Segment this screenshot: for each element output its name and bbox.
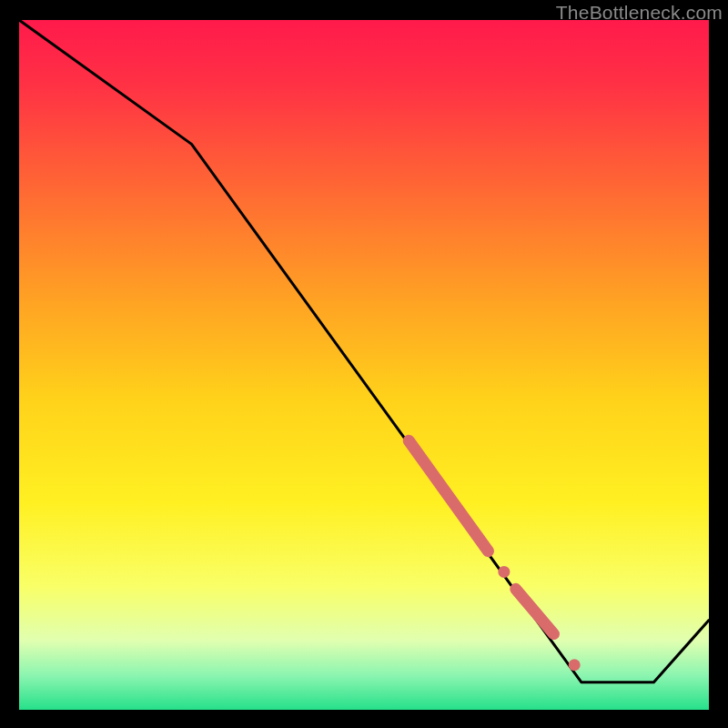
highlight-band-upper [409, 440, 488, 551]
highlight-dot-low [569, 659, 581, 671]
plot-area [19, 20, 709, 710]
highlight-band-lower [516, 589, 554, 633]
highlight-dot-mid [498, 566, 510, 578]
watermark-text: TheBottleneck.com [556, 2, 723, 24]
chart-svg [19, 20, 709, 710]
curve-line [19, 20, 709, 682]
